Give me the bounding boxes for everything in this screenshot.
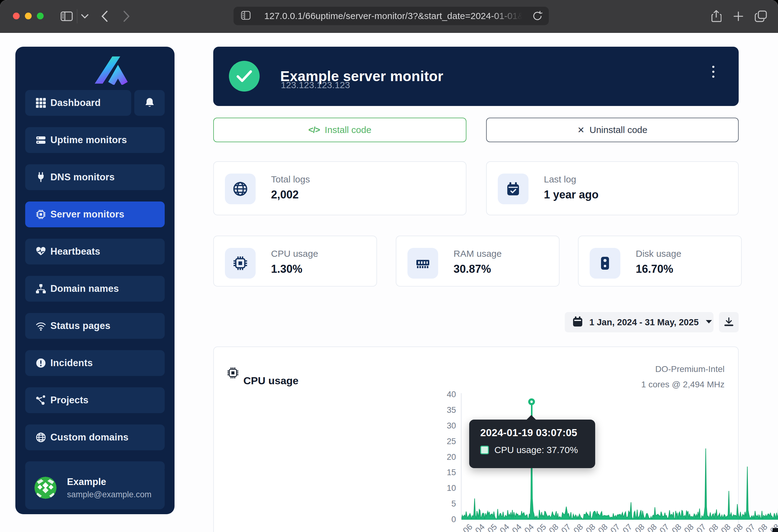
monitor-ip: 123.123.123.123 — [281, 80, 350, 90]
stat-value: 30.87% — [454, 263, 491, 275]
stat-value: 1 year ago — [544, 188, 599, 201]
x-tick-label: 08 — [756, 522, 769, 532]
sidebar-item-label: DNS monitors — [51, 172, 114, 183]
heart-pulse-icon — [35, 246, 46, 257]
page-settings-icon[interactable] — [241, 11, 251, 21]
y-tick-30: 30 — [435, 421, 456, 431]
sidebar-item-projects[interactable]: Projects — [25, 387, 165, 413]
server-type-label: DO-Premium-Intel — [655, 364, 724, 374]
page-content: DashboardUptime monitorsDNS monitorsServ… — [0, 33, 778, 532]
cpu-chip-icon — [227, 367, 239, 380]
sidebar-toggle-icon[interactable] — [59, 0, 74, 32]
sidebar-item-incidents[interactable]: Incidents — [25, 350, 165, 376]
user-card[interactable]: Example sample@example.com — [25, 466, 165, 509]
sidebar-item-label: Server monitors — [51, 209, 125, 220]
dashboard-row: Dashboard — [25, 90, 165, 116]
sidebar-item-heartbeats[interactable]: Heartbeats — [25, 239, 165, 264]
notifications-bell-button[interactable] — [134, 90, 165, 116]
calendar-icon — [573, 317, 582, 328]
x-tick-label: 07 — [744, 522, 757, 532]
chip-icon — [35, 209, 46, 219]
wifi-icon — [35, 321, 46, 331]
branch-icon — [35, 395, 46, 406]
screenshot-root: 127.0.0.1/66uptime/server-monitor/3?&sta… — [0, 0, 778, 532]
back-icon[interactable] — [98, 0, 111, 32]
user-name: Example — [67, 476, 152, 487]
sidebar-item-label: Uptime monitors — [51, 135, 127, 146]
globe-icon — [35, 432, 46, 443]
server-cores-label: 1 cores @ 2,494 MHz — [641, 380, 724, 389]
share-icon[interactable] — [709, 0, 724, 32]
x-icon: ✕ — [577, 125, 585, 135]
sidebar-item-dashboard[interactable]: Dashboard — [25, 90, 131, 116]
y-tick-0: 0 — [435, 515, 456, 524]
calendar-check-icon — [498, 174, 529, 204]
chevron-down-icon[interactable] — [79, 0, 90, 32]
chip-icon — [225, 248, 256, 279]
date-range-row: 1 Jan, 2024 - 31 May, 2025 — [213, 312, 739, 332]
y-tick-35: 35 — [435, 406, 456, 415]
y-tick-5: 5 — [435, 499, 456, 509]
sidebar-item-status-pages[interactable]: Status pages — [25, 313, 165, 339]
y-tick-20: 20 — [435, 452, 456, 462]
sidebar-item-custom-domains[interactable]: Custom domains — [25, 425, 165, 450]
sidebar-item-label: Custom domains — [51, 432, 129, 443]
zoom-window-button[interactable] — [37, 13, 44, 19]
url-text[interactable]: 127.0.0.1/66uptime/server-monitor/3?&sta… — [264, 11, 522, 21]
monitor-header-card: Example server monitor 123.123.123.123 — [213, 47, 739, 106]
stat-card-cpu-usage: CPU usage1.30% — [213, 236, 377, 287]
ram-icon — [407, 248, 438, 279]
date-range-picker[interactable]: 1 Jan, 2024 - 31 May, 2025 — [565, 312, 713, 332]
stat-label: RAM usage — [454, 249, 502, 259]
y-tick-10: 10 — [435, 483, 456, 493]
user-email: sample@example.com — [67, 490, 152, 500]
reload-icon[interactable] — [532, 10, 543, 23]
stat-value: 16.70% — [636, 263, 673, 275]
forward-icon[interactable] — [120, 0, 133, 32]
address-bar[interactable]: 127.0.0.1/66uptime/server-monitor/3?&sta… — [234, 7, 549, 25]
minimize-window-button[interactable] — [25, 13, 32, 19]
grid-icon — [35, 98, 46, 108]
caret-down-icon — [705, 320, 712, 325]
action-buttons-row: </> Install code ✕ Uninstall code — [213, 118, 739, 142]
stat-card-last-log: Last log1 year ago — [486, 161, 739, 215]
toolbar-divider — [77, 9, 77, 23]
series-swatch — [480, 446, 489, 454]
sidebar-item-label: Dashboard — [51, 97, 101, 108]
install-code-label: Install code — [325, 125, 372, 135]
date-range-label: 1 Jan, 2024 - 31 May, 2025 — [589, 317, 699, 328]
chart-title: CPU usage — [243, 375, 299, 387]
sidebar-item-label: Status pages — [51, 320, 110, 332]
sidebar-item-label: Incidents — [51, 358, 93, 369]
tooltip-series-row: CPU usage: 37.70% — [480, 445, 595, 455]
sidebar-item-uptime-monitors[interactable]: Uptime monitors — [25, 127, 165, 153]
sidebar-nav: DashboardUptime monitorsDNS monitorsServ… — [25, 90, 165, 462]
uninstall-code-button[interactable]: ✕ Uninstall code — [486, 118, 739, 142]
tab-overview-icon[interactable] — [752, 0, 769, 32]
chart-tooltip: 2024-01-19 03:07:05 CPU usage: 37.70% — [469, 420, 595, 468]
new-tab-icon[interactable] — [731, 0, 746, 32]
stat-label: CPU usage — [271, 249, 318, 259]
disk-icon — [590, 248, 620, 279]
sidebar: DashboardUptime monitorsDNS monitorsServ… — [15, 47, 174, 514]
sidebar-item-server-monitors[interactable]: Server monitors — [25, 201, 165, 227]
browser-toolbar: 127.0.0.1/66uptime/server-monitor/3?&sta… — [0, 0, 778, 33]
sitemap-icon — [35, 283, 46, 294]
sidebar-item-label: Domain names — [51, 283, 119, 294]
stat-label: Last log — [544, 174, 576, 185]
y-tick-15: 15 — [435, 468, 456, 477]
app-logo — [92, 55, 129, 85]
close-window-button[interactable] — [13, 13, 20, 19]
status-up-icon — [229, 61, 260, 92]
download-chart-button[interactable] — [719, 312, 739, 332]
stat-value: 1.30% — [271, 263, 302, 275]
alert-circle-icon — [35, 358, 46, 368]
install-code-button[interactable]: </> Install code — [213, 118, 466, 142]
tooltip-timestamp: 2024-01-19 03:07:05 — [480, 427, 595, 439]
user-meta: Example sample@example.com — [67, 476, 152, 500]
sidebar-item-dns-monitors[interactable]: DNS monitors — [25, 164, 165, 190]
sidebar-item-domain-names[interactable]: Domain names — [25, 276, 165, 301]
sidebar-item-label: Heartbeats — [51, 246, 100, 257]
kebab-menu-icon[interactable] — [712, 66, 715, 81]
stat-card-disk-usage: Disk usage16.70% — [578, 236, 742, 287]
